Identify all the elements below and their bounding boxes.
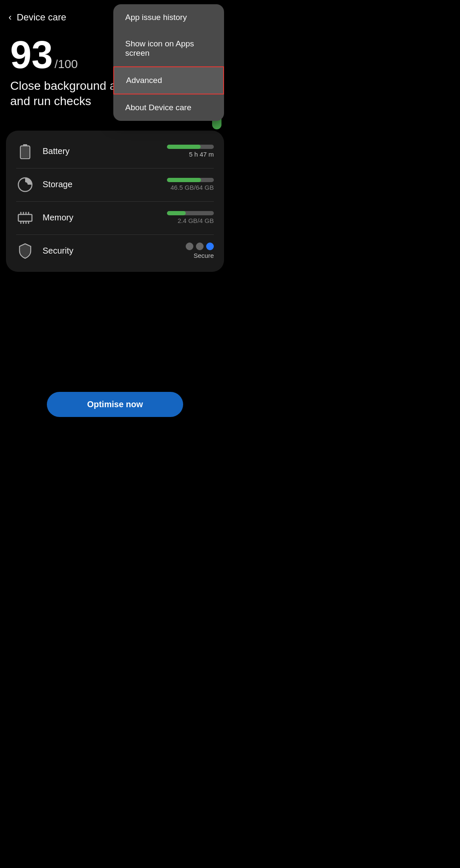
battery-right: 5 h 47 m	[167, 145, 214, 158]
storage-total: /64 GB	[194, 184, 214, 191]
menu-item-app-issue-history[interactable]: App issue history	[113, 4, 224, 31]
battery-progress-fill	[167, 145, 201, 149]
battery-progress-container	[167, 145, 214, 149]
memory-icon	[16, 209, 34, 227]
battery-label: Battery	[43, 146, 167, 156]
memory-value: 2.4 GB/4 GB	[178, 217, 214, 224]
page-title: Device care	[17, 12, 66, 23]
svg-point-4	[23, 182, 28, 187]
security-dots	[186, 243, 214, 250]
memory-right: 2.4 GB/4 GB	[167, 211, 214, 224]
back-button[interactable]: ‹	[9, 12, 12, 23]
storage-icon	[16, 176, 34, 194]
security-right: Secure	[186, 243, 214, 259]
memory-total: /4 GB	[198, 217, 214, 224]
storage-right: 46.5 GB/64 GB	[167, 178, 214, 191]
security-label: Security	[43, 246, 186, 256]
svg-rect-1	[23, 144, 27, 146]
memory-card[interactable]: Memory 2.4 GB/4 GB	[6, 201, 224, 234]
storage-value: 46.5 GB/64 GB	[170, 184, 214, 191]
score-denominator: /100	[55, 57, 78, 71]
storage-label: Storage	[43, 180, 167, 189]
storage-progress-container	[167, 178, 214, 182]
memory-progress-fill	[167, 211, 186, 215]
battery-icon	[16, 143, 34, 160]
menu-item-about[interactable]: About Device care	[113, 94, 224, 121]
security-card[interactable]: Security Secure	[6, 234, 224, 268]
menu-item-show-icon[interactable]: Show icon on Apps screen	[113, 31, 224, 66]
dot-1	[186, 243, 193, 250]
menu-item-advanced[interactable]: Advanced	[113, 66, 224, 94]
memory-label: Memory	[43, 213, 167, 223]
memory-progress-container	[167, 211, 214, 215]
storage-card[interactable]: Storage 46.5 GB/64 GB	[6, 168, 224, 201]
dot-2	[196, 243, 204, 250]
dot-3	[206, 243, 214, 250]
score-number: 93	[10, 36, 53, 74]
optimise-button[interactable]: Optimise now	[47, 392, 183, 417]
battery-card[interactable]: Battery 5 h 47 m	[6, 135, 224, 168]
battery-value: 5 h 47 m	[189, 151, 214, 158]
security-icon	[16, 242, 34, 260]
storage-progress-fill	[167, 178, 201, 182]
svg-rect-5	[18, 214, 32, 221]
dropdown-menu: App issue history Show icon on Apps scre…	[113, 4, 224, 121]
security-status: Secure	[193, 252, 214, 259]
svg-rect-2	[21, 147, 29, 158]
cards-section: Battery 5 h 47 m Storage 46.5 GB/64 GB	[6, 131, 224, 272]
